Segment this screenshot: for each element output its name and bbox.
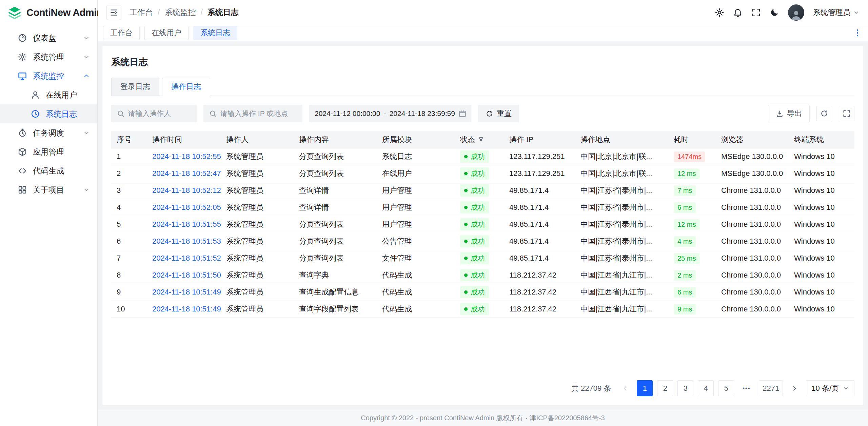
breadcrumb-label[interactable]: 系统监控 — [164, 7, 196, 18]
dark-mode-moon-icon[interactable] — [770, 8, 779, 17]
chevron-down-icon — [853, 9, 859, 16]
sidebar-item[interactable]: 系统监控 — [0, 66, 97, 85]
pagination-page-label: 2271 — [763, 384, 779, 393]
cell-module: 用户管理 — [382, 203, 412, 211]
cell-ip: 49.85.171.4 — [509, 220, 549, 228]
settings-gear-icon[interactable] — [715, 8, 724, 17]
operation-time-link[interactable]: 2024-11-18 10:52:05 — [152, 203, 221, 211]
cell-module: 用户管理 — [382, 220, 412, 228]
nav-tab[interactable]: 工作台 — [103, 26, 140, 40]
page-size-select[interactable]: 10 条/页 — [806, 380, 854, 396]
cell-ip: 118.212.37.42 — [509, 288, 556, 296]
operation-time-link[interactable]: 2024-11-18 10:52:12 — [152, 186, 221, 195]
chevron-down-icon — [843, 385, 849, 391]
sidebar-item[interactable]: 系统日志 — [0, 104, 97, 123]
user-name: 系统管理员 — [813, 7, 850, 18]
ip-search — [203, 105, 302, 122]
operation-time-link[interactable]: 2024-11-18 10:51:50 — [152, 271, 221, 279]
sidebar-item[interactable]: 仪表盘 — [0, 28, 97, 47]
cell-index: 8 — [117, 271, 121, 279]
cell-index: 7 — [117, 254, 121, 262]
main-column: 工作台 / 系统监控 / 系统日志 / — [98, 0, 868, 426]
export-button[interactable]: 导出 — [768, 105, 810, 122]
log-table: 序号 操作时间 — [111, 131, 854, 318]
sidebar-item[interactable]: 代码生成 — [0, 161, 97, 180]
cell-location: 中国|江苏省|泰州市|... — [580, 220, 652, 228]
cost-badge: 12 ms — [674, 168, 699, 179]
nav-tab-label: 系统日志 — [200, 28, 230, 37]
filter-funnel-icon[interactable] — [478, 136, 484, 143]
operation-time-link[interactable]: 2024-11-18 10:51:49 — [152, 305, 221, 313]
sidebar-collapse-button[interactable] — [106, 5, 121, 20]
tab-actions-icon[interactable] — [852, 28, 863, 38]
pagination-page-button[interactable]: 2 — [657, 380, 673, 396]
user-avatar[interactable] — [788, 4, 804, 21]
pagination-page-button[interactable]: 3 — [677, 380, 693, 396]
nav-tab[interactable]: 在线用户 — [144, 26, 189, 40]
cost-badge: 1474ms — [674, 151, 705, 162]
pagination-next-button[interactable] — [787, 381, 802, 395]
cell-content: 查询字典 — [299, 271, 329, 279]
user-menu[interactable]: 系统管理员 — [813, 7, 859, 18]
pagination-page-button[interactable]: 5 — [718, 380, 734, 396]
cost-badge: 12 ms — [674, 219, 699, 230]
operator-search-input[interactable] — [128, 109, 191, 118]
pagination-page-button[interactable]: 4 — [698, 380, 714, 396]
operation-time-link[interactable]: 2024-11-18 10:51:52 — [152, 254, 221, 262]
log-tab[interactable]: 操作日志 — [162, 78, 210, 96]
logo[interactable]: ContiNew Admin — [0, 0, 97, 25]
pagination-page-button[interactable]: 1 — [637, 380, 653, 396]
cell-operator: 系统管理员 — [226, 237, 263, 245]
ip-search-input[interactable] — [220, 109, 297, 118]
status-label: 成功 — [471, 203, 485, 212]
cell-ip: 118.212.37.42 — [509, 305, 556, 313]
sidebar-item-icon — [31, 90, 40, 100]
fullscreen-icon[interactable] — [751, 8, 761, 17]
status-dot — [464, 307, 468, 311]
breadcrumb-item: 系统监控 / — [164, 7, 207, 18]
table-fullscreen-button[interactable] — [839, 106, 854, 121]
nav-tab[interactable]: 系统日志 — [193, 26, 237, 40]
sidebar-item-label: 系统监控 — [33, 71, 77, 81]
sidebar-item[interactable]: 在线用户 — [0, 85, 97, 104]
table-row: 6 2024-11-18 10:51:53 系统管理员 分页查询列表 公告管理 … — [111, 233, 854, 250]
cell-index: 6 — [117, 237, 121, 245]
cell-browser: Chrome 131.0.0.0 — [721, 237, 781, 245]
reset-button[interactable]: 重置 — [478, 105, 519, 122]
cell-index: 2 — [117, 169, 121, 178]
notification-bell-icon[interactable] — [733, 8, 743, 17]
cell-location: 中国|江西省|九江市|... — [580, 271, 652, 279]
sidebar-item[interactable]: 任务调度 — [0, 123, 97, 142]
column-header-label: 耗时 — [674, 135, 689, 145]
date-range-separator: - — [383, 109, 386, 118]
breadcrumb-label[interactable]: 工作台 — [130, 7, 153, 18]
cell-module: 文件管理 — [382, 254, 412, 262]
pagination-page-label: 4 — [704, 384, 708, 393]
operation-time-link[interactable]: 2024-11-18 10:52:55 — [152, 152, 221, 161]
pagination-prev-button[interactable] — [618, 381, 632, 395]
date-range-picker[interactable]: 2024-11-12 00:00:00 - 2024-11-18 23:59:5… — [309, 105, 471, 122]
status-dot — [464, 240, 468, 243]
chevron-icon — [83, 129, 90, 136]
pagination-page-button[interactable]: ••• — [738, 380, 754, 396]
table-refresh-button[interactable] — [816, 106, 832, 121]
operation-time-link[interactable]: 2024-11-18 10:51:55 — [152, 220, 221, 228]
operation-time-link[interactable]: 2024-11-18 10:51:49 — [152, 288, 221, 296]
operation-time-link[interactable]: 2024-11-18 10:51:53 — [152, 237, 221, 245]
operation-time-link[interactable]: 2024-11-18 10:52:47 — [152, 169, 221, 178]
pagination-page-button[interactable]: 2271 — [759, 380, 783, 396]
sidebar-item[interactable]: 系统管理 — [0, 47, 97, 66]
cell-location: 中国|北京|北京市|联... — [580, 169, 652, 178]
sidebar-item-icon — [18, 166, 27, 176]
log-tab[interactable]: 登录日志 — [111, 78, 159, 96]
sidebar-item[interactable]: 应用管理 — [0, 142, 97, 161]
column-header: 终端系统 — [789, 131, 854, 148]
breadcrumb-label[interactable]: 系统日志 — [208, 7, 239, 18]
sidebar-item-icon — [31, 109, 40, 119]
content-area: 系统日志 登录日志 操作日志 — [98, 41, 868, 426]
column-header-label: 操作内容 — [299, 135, 329, 145]
cell-location: 中国|江苏省|泰州市|... — [580, 203, 652, 211]
sidebar-item[interactable]: 关于项目 — [0, 180, 97, 199]
cell-ip: 49.85.171.4 — [509, 254, 549, 262]
status-label: 成功 — [471, 304, 485, 314]
